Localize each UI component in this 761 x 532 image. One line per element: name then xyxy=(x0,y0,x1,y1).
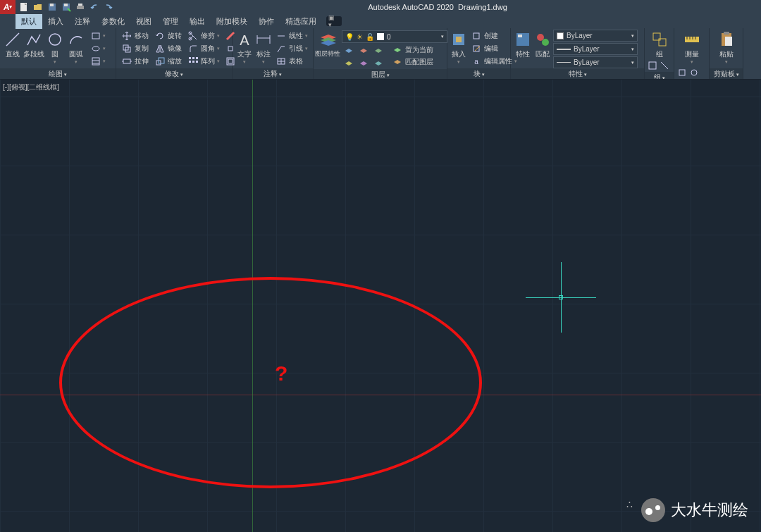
util-sub-1[interactable] xyxy=(677,68,688,79)
svg-rect-23 xyxy=(189,57,191,59)
ribbon-min-toggle[interactable]: ▣ ▾ xyxy=(326,16,342,26)
line-button[interactable]: 直线 xyxy=(3,30,23,58)
match-layer-button[interactable]: 匹配图层 xyxy=(390,56,435,68)
layer-icon-1[interactable] xyxy=(342,44,356,56)
linear-dim-button[interactable]: 线性▾ xyxy=(273,30,310,42)
trim-button[interactable]: 修剪▾ xyxy=(185,30,222,42)
plot-icon[interactable] xyxy=(75,1,86,13)
svg-rect-16 xyxy=(123,59,130,63)
sun-icon: ☀ xyxy=(357,33,363,41)
ellipse-icon[interactable]: ▾ xyxy=(89,42,108,54)
rect-icon[interactable]: ▾ xyxy=(89,30,108,42)
lock-icon: 🔓 xyxy=(366,33,374,41)
svg-rect-63 xyxy=(725,37,732,46)
svg-rect-27 xyxy=(192,61,194,63)
undo-icon[interactable] xyxy=(89,1,100,13)
paste-button[interactable]: 粘贴▾ xyxy=(712,30,740,65)
svg-rect-4 xyxy=(64,4,68,6)
tab-addins[interactable]: 附加模块 xyxy=(211,14,253,29)
array-button[interactable]: 阵列▾ xyxy=(185,55,222,67)
mirror-button[interactable]: 镜像 xyxy=(152,42,184,54)
redo-icon[interactable] xyxy=(103,1,114,13)
panel-draw-title[interactable]: 绘图▾ xyxy=(0,68,116,79)
layer-icon-5[interactable] xyxy=(357,57,371,69)
svg-rect-5 xyxy=(77,6,84,9)
svg-rect-2 xyxy=(50,4,54,6)
color-dropdown[interactable]: ByLayer▾ xyxy=(553,30,638,42)
panel-layers-title[interactable]: 图层▾ xyxy=(314,69,447,80)
tab-parametric[interactable]: 参数化 xyxy=(96,14,130,29)
make-current-button[interactable]: 置为当前 xyxy=(390,44,435,56)
lightbulb-icon: 💡 xyxy=(345,33,354,41)
rotate-button[interactable]: 旋转 xyxy=(152,30,184,42)
table-button[interactable]: 表格 xyxy=(273,55,310,67)
panel-modify: 移动 复制 拉伸 旋转 镜像 缩放 修剪▾ 圆角▾ 阵列▾ 修改▾ xyxy=(116,28,233,79)
svg-text:A: A xyxy=(240,32,249,48)
dimension-button[interactable]: 标注▾ xyxy=(254,30,272,65)
text-button[interactable]: A 文字▾ xyxy=(235,30,253,65)
polyline-button[interactable]: 多段线 xyxy=(24,30,44,58)
annotation-question-mark: ? xyxy=(275,361,287,385)
leader-button[interactable]: 引线▾ xyxy=(273,42,310,54)
panel-group-title[interactable]: 组▾ xyxy=(645,72,674,80)
match-props-button[interactable]: 匹配 xyxy=(533,30,552,58)
panel-clip-title[interactable]: 剪贴板▾ xyxy=(710,68,743,79)
panel-modify-title[interactable]: 修改▾ xyxy=(116,68,232,79)
group-sub-2[interactable] xyxy=(660,61,671,72)
tab-annotate[interactable]: 注释 xyxy=(69,14,96,29)
layer-icon-4[interactable] xyxy=(342,57,356,69)
drawing-canvas[interactable]: [-][俯视][二维线框] ? ∴ 大水牛测绘 xyxy=(0,80,761,532)
panel-utils: 测量▾ 实用工具▾ xyxy=(674,28,710,79)
measure-button[interactable]: 测量▾ xyxy=(677,30,707,65)
open-icon[interactable] xyxy=(32,1,44,13)
save-icon[interactable] xyxy=(47,1,58,13)
quick-access-toolbar xyxy=(18,1,114,13)
tab-output[interactable]: 输出 xyxy=(184,14,211,29)
scale-button[interactable]: 缩放 xyxy=(152,55,184,67)
tab-manage[interactable]: 管理 xyxy=(157,14,184,29)
props-button[interactable]: 特性 xyxy=(514,30,532,58)
annotation-ellipse xyxy=(59,277,482,488)
layer-icon-2[interactable] xyxy=(357,44,371,56)
panel-annotation: A 文字▾ 标注▾ 线性▾ 引线▾ 表格 注释▾ xyxy=(233,28,314,79)
svg-rect-25 xyxy=(196,57,198,59)
app-logo[interactable]: A▾ xyxy=(0,0,16,14)
new-icon[interactable] xyxy=(18,1,30,13)
insert-block-button[interactable]: 插入▾ xyxy=(450,30,467,65)
layer-dropdown[interactable]: 💡 ☀ 🔓 0 ▾ xyxy=(342,30,447,43)
stretch-button[interactable]: 拉伸 xyxy=(119,55,151,67)
saveas-icon[interactable] xyxy=(61,1,72,13)
layer-props-button[interactable]: 图层特性 xyxy=(316,30,339,58)
layer-icon-6[interactable] xyxy=(371,57,385,69)
util-sub-2[interactable] xyxy=(689,68,700,79)
tab-default[interactable]: 默认 xyxy=(16,14,42,29)
panel-group: 组 组▾ xyxy=(645,28,674,79)
move-button[interactable]: 移动 xyxy=(119,30,151,42)
layer-color-swatch xyxy=(377,33,384,40)
svg-rect-26 xyxy=(189,61,191,63)
tab-featured[interactable]: 精选应用 xyxy=(280,14,322,29)
group-sub-1[interactable] xyxy=(648,61,659,72)
linetype-dropdown[interactable]: ByLayer▾ xyxy=(553,56,638,68)
wechat-icon xyxy=(641,498,665,522)
tab-view[interactable]: 视图 xyxy=(130,14,157,29)
svg-rect-59 xyxy=(679,70,685,75)
arc-button[interactable]: 圆弧▾ xyxy=(66,30,86,65)
panel-block-title[interactable]: 块▾ xyxy=(447,68,510,79)
tab-collab[interactable]: 协作 xyxy=(253,14,280,29)
viewport-label[interactable]: [-][俯视][二维线框] xyxy=(3,82,59,92)
svg-rect-62 xyxy=(724,32,729,35)
copy-button[interactable]: 复制 xyxy=(119,42,151,54)
svg-rect-6 xyxy=(78,4,82,6)
group-button[interactable]: 组 xyxy=(648,30,672,58)
circle-button[interactable]: 圆▾ xyxy=(45,30,65,65)
svg-rect-43 xyxy=(474,46,479,51)
hatch-icon[interactable]: ▾ xyxy=(89,55,108,67)
panel-annot-title[interactable]: 注释▾ xyxy=(233,68,313,79)
tab-insert[interactable]: 插入 xyxy=(42,14,69,29)
panel-props-title[interactable]: 特性▾ xyxy=(511,68,644,79)
lineweight-dropdown[interactable]: ByLayer▾ xyxy=(553,43,638,55)
layer-icon-3[interactable] xyxy=(371,44,385,56)
fillet-button[interactable]: 圆角▾ xyxy=(185,42,222,54)
ribbon-tabs: 默认 插入 注释 参数化 视图 管理 输出 附加模块 协作 精选应用 ▣ ▾ xyxy=(0,14,761,28)
